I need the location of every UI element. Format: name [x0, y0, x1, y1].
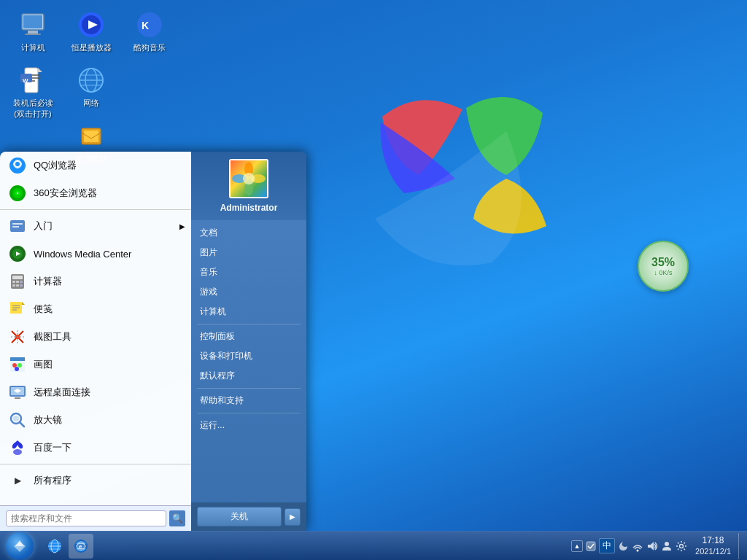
start-item-360-browser[interactable]: 360安全浏览器 — [0, 179, 191, 207]
right-item-run[interactable]: 运行... — [191, 416, 306, 435]
tray-network-icon[interactable] — [631, 540, 644, 553]
start-item-sniptool[interactable]: 截图工具 — [0, 323, 191, 351]
start-item-calculator[interactable]: 计算器 — [0, 268, 191, 295]
right-item-computer[interactable]: 计算机 — [191, 302, 306, 322]
magnifier-label: 放大镜 — [34, 413, 62, 427]
tray-volume-icon[interactable] — [646, 540, 659, 553]
start-menu-items: QQ浏览器 360安全浏览器 — [0, 152, 191, 505]
start-item-paint[interactable]: 画图 — [0, 351, 191, 378]
right-item-control-panel[interactable]: 控制面板 — [191, 327, 306, 346]
right-item-help[interactable]: 帮助和支持 — [191, 391, 306, 411]
svg-rect-2 — [28, 31, 38, 34]
svg-point-57 — [18, 363, 22, 368]
shutdown-options-button[interactable]: ▶ — [285, 508, 301, 526]
right-item-default-programs[interactable]: 默认程序 — [191, 366, 306, 386]
start-item-all-programs[interactable]: ▶ 所有程序 — [0, 467, 191, 494]
taskbar: e ▲ 中 — [0, 531, 747, 560]
svg-point-19 — [81, 70, 101, 90]
desktop-icon-computer[interactable]: 计算机 — [7, 7, 58, 55]
start-item-wmc[interactable]: Windows Media Center — [0, 240, 191, 268]
network-icon — [77, 66, 106, 95]
taskbar-item-ie[interactable]: e — [69, 534, 93, 559]
svg-point-56 — [12, 363, 17, 368]
right-item-documents[interactable]: 文档 — [191, 223, 306, 243]
desktop-icon-qqmusic[interactable]: K 酷狗音乐 — [124, 7, 175, 55]
show-desktop-button[interactable] — [738, 533, 744, 559]
tray-user-icon[interactable] — [660, 540, 673, 553]
start-button[interactable] — [0, 532, 39, 561]
media-player-icon — [77, 10, 106, 39]
remote-desktop-label: 远程桌面连接 — [34, 386, 90, 399]
user-avatar[interactable] — [229, 159, 268, 198]
right-item-devices[interactable]: 设备和打印机 — [191, 346, 306, 366]
desktop-icon-install-readme[interactable]: W 装机后必读(双击打开) — [7, 63, 58, 122]
net-speed: ↓ 0K/s — [654, 269, 672, 276]
start-item-stickynotes[interactable]: 便笺 — [0, 295, 191, 323]
search-input[interactable] — [6, 510, 166, 526]
start-item-magnifier[interactable]: 放大镜 — [0, 406, 191, 434]
tray-icon-moon[interactable] — [616, 540, 630, 553]
paint-label: 画图 — [34, 358, 53, 371]
qqmusic-label: 酷狗音乐 — [133, 42, 166, 52]
calculator-icon — [7, 271, 28, 292]
search-button[interactable]: 🔍 — [169, 510, 185, 526]
user-name: Administrator — [220, 203, 278, 213]
getting-started-icon — [7, 216, 28, 236]
start-menu: QQ浏览器 360安全浏览器 — [0, 152, 306, 531]
activate-icon — [77, 122, 106, 151]
right-item-music[interactable]: 音乐 — [191, 262, 306, 282]
wmc-icon — [7, 244, 28, 264]
svg-marker-5 — [38, 68, 42, 72]
right-item-pictures[interactable]: 图片 — [191, 243, 306, 262]
tray-settings-icon[interactable] — [675, 540, 688, 553]
tray-icon-1[interactable] — [584, 540, 597, 553]
stickynotes-label: 便笺 — [34, 303, 53, 316]
desktop: 计算机 W 装机后必读(双击打开) — [0, 0, 747, 560]
svg-point-72 — [243, 173, 255, 184]
qq-browser-label: QQ浏览器 — [34, 159, 77, 172]
desktop-icon-media-player[interactable]: 恒星播放器 — [66, 7, 117, 55]
start-item-remote-desktop[interactable]: 远程桌面连接 — [0, 378, 191, 406]
media-player-label: 恒星播放器 — [71, 42, 112, 52]
svg-point-65 — [13, 416, 19, 421]
start-item-baidu[interactable]: 百度一下 — [0, 434, 191, 462]
svg-rect-42 — [16, 284, 19, 287]
qqmusic-icon: K — [135, 10, 164, 39]
svg-marker-45 — [22, 302, 25, 305]
install-readme-label: 装机后必读(双击打开) — [10, 98, 55, 119]
getting-started-label: 入门 — [34, 219, 53, 233]
all-programs-label: 所有程序 — [34, 474, 71, 487]
svg-text:W: W — [23, 77, 28, 84]
lang-indicator[interactable]: 中 — [599, 538, 615, 553]
start-item-getting-started[interactable]: 入门 ▶ — [0, 212, 191, 240]
sticky-notes-icon — [7, 299, 28, 319]
svg-point-66 — [13, 449, 22, 455]
qq-browser-icon — [7, 155, 28, 176]
start-menu-right: Administrator 文档 图片 音乐 游戏 计算机 — [191, 152, 306, 531]
baidu-label: 百度一下 — [34, 441, 71, 454]
clock[interactable]: 17:18 2021/12/1 — [689, 535, 737, 557]
svg-rect-37 — [12, 276, 23, 279]
shutdown-button[interactable]: 关机 — [197, 507, 282, 526]
computer-icon — [18, 10, 47, 39]
svg-text:e: e — [79, 543, 82, 550]
start-item-qq-browser[interactable]: QQ浏览器 — [0, 152, 191, 179]
svg-point-82 — [637, 549, 639, 551]
shutdown-section: 关机 ▶ — [191, 502, 306, 531]
svg-rect-1 — [23, 15, 42, 28]
snip-tool-icon — [7, 327, 28, 347]
svg-rect-41 — [12, 284, 15, 287]
right-divider-3 — [197, 413, 301, 413]
360-browser-label: 360安全浏览器 — [34, 187, 97, 200]
svg-point-25 — [15, 162, 20, 166]
clock-time: 17:18 — [703, 535, 724, 547]
desktop-icon-network[interactable]: 网络 — [66, 63, 117, 111]
tray-expand-arrow[interactable]: ▲ — [571, 540, 583, 552]
svg-point-84 — [665, 542, 669, 546]
user-section: Administrator — [191, 152, 306, 220]
taskbar-item-network[interactable] — [42, 534, 67, 559]
all-programs-icon: ▶ — [7, 470, 28, 491]
right-item-games[interactable]: 游戏 — [191, 282, 306, 302]
svg-rect-40 — [20, 281, 23, 283]
taskbar-items: e — [39, 534, 568, 559]
